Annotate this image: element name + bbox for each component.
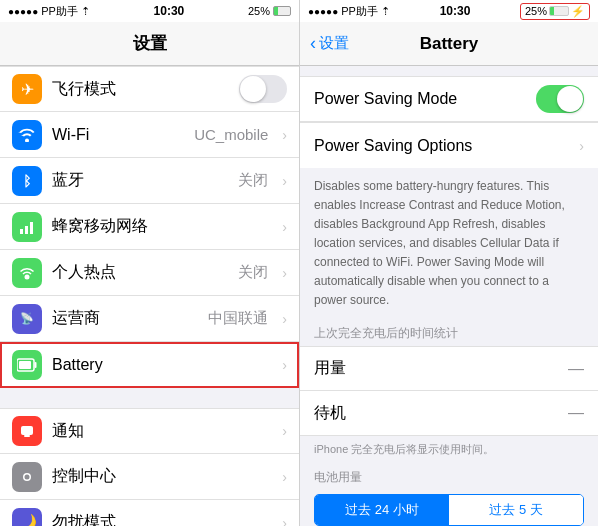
left-nav-bar: 设置: [0, 22, 299, 66]
power-saving-options-label: Power Saving Options: [314, 137, 579, 155]
settings-item-control[interactable]: 控制中心 ›: [0, 454, 299, 500]
hotspot-label: 个人热点: [52, 262, 228, 283]
charge-note: iPhone 完全充电后将显示使用时间。: [300, 436, 598, 463]
wifi-label: Wi-Fi: [52, 126, 184, 144]
left-status-icons: ●●●●● PP助手 ⇡: [8, 4, 90, 19]
last-charge-header: 上次完全充电后的时间统计: [300, 317, 598, 346]
svg-rect-0: [20, 229, 23, 234]
power-saving-section: Power Saving Mode Power Saving Options ›: [300, 76, 598, 168]
right-battery-box: 25% ⚡: [520, 3, 590, 20]
lightning-icon: ⚡: [571, 5, 585, 18]
hotspot-icon: [12, 258, 42, 288]
svg-rect-7: [21, 426, 33, 435]
bluetooth-value: 关闭: [238, 171, 268, 190]
battery-icon-item: [12, 350, 42, 380]
back-label: 设置: [319, 34, 349, 53]
notification-icon: [12, 416, 42, 446]
settings-item-dnd[interactable]: 🌙 勿扰模式 ›: [0, 500, 299, 526]
bluetooth-icon: ᛒ: [12, 166, 42, 196]
bluetooth-label: 蓝牙: [52, 170, 228, 191]
power-saving-toggle[interactable]: [536, 85, 584, 113]
settings-item-hotspot[interactable]: 个人热点 关闭 ›: [0, 250, 299, 296]
carrier-chevron: ›: [282, 311, 287, 327]
settings-item-bluetooth[interactable]: ᛒ 蓝牙 关闭 ›: [0, 158, 299, 204]
tab-5days[interactable]: 过去 5 天: [449, 495, 583, 525]
control-icon: [12, 462, 42, 492]
hotspot-value: 关闭: [238, 263, 268, 282]
left-status-bar: ●●●●● PP助手 ⇡ 10:30 25%: [0, 0, 299, 22]
settings-item-notification[interactable]: 通知 ›: [0, 408, 299, 454]
standby-row: 待机 —: [300, 391, 598, 435]
airplane-icon: ✈: [12, 74, 42, 104]
settings-item-battery[interactable]: Battery ›: [0, 342, 299, 388]
battery-icon-left: [273, 6, 291, 16]
svg-rect-2: [30, 222, 33, 234]
wifi-value: UC_mobile: [194, 126, 268, 143]
left-time: 10:30: [154, 4, 185, 18]
battery-label-item: Battery: [52, 356, 272, 374]
right-content: Power Saving Mode Power Saving Options ›…: [300, 66, 598, 526]
right-status-bar: ●●●●● PP助手 ⇡ 10:30 25% ⚡: [300, 0, 598, 22]
control-chevron: ›: [282, 469, 287, 485]
power-saving-options-row[interactable]: Power Saving Options ›: [300, 122, 598, 168]
charge-section-header: 电池用量: [300, 463, 598, 488]
left-nav-title: 设置: [133, 32, 167, 55]
power-saving-mode-row[interactable]: Power Saving Mode: [300, 76, 598, 122]
power-saving-mode-label: Power Saving Mode: [314, 90, 536, 108]
svg-point-3: [25, 274, 30, 279]
svg-rect-1: [25, 226, 28, 234]
right-carrier-label: PP助手: [341, 5, 378, 17]
usage-section: 用量 — 待机 —: [300, 346, 598, 436]
dnd-chevron: ›: [282, 515, 287, 527]
back-button[interactable]: ‹ 设置: [310, 33, 349, 54]
right-time: 10:30: [440, 4, 471, 18]
right-wifi-icon: ⇡: [381, 5, 390, 17]
dnd-label: 勿扰模式: [52, 512, 272, 526]
left-settings-list: ✈ 飞行模式 Wi-Fi UC_mobile › ᛒ 蓝牙 关闭: [0, 66, 299, 526]
settings-item-airplane[interactable]: ✈ 飞行模式: [0, 66, 299, 112]
wifi-chevron: ›: [282, 127, 287, 143]
bluetooth-chevron: ›: [282, 173, 287, 189]
right-status-left: ●●●●● PP助手 ⇡: [308, 4, 390, 19]
settings-item-carrier[interactable]: 📡 运营商 中国联通 ›: [0, 296, 299, 342]
cellular-chevron: ›: [282, 219, 287, 235]
battery-pct-left: 25%: [248, 5, 270, 17]
svg-rect-5: [19, 361, 31, 369]
description-section: Disables some battery-hungry features. T…: [300, 168, 598, 317]
dnd-icon: 🌙: [12, 508, 42, 527]
standby-label: 待机: [314, 403, 568, 424]
carrier-label-item: 运营商: [52, 308, 198, 329]
battery-chevron: ›: [282, 357, 287, 373]
tab-24h[interactable]: 过去 24 小时: [315, 495, 449, 525]
wifi-icon-item: [12, 120, 42, 150]
right-battery-pct: 25%: [525, 5, 547, 17]
description-text: Disables some battery-hungry features. T…: [314, 179, 565, 307]
wifi-icon: ⇡: [81, 5, 90, 18]
usage-value: —: [568, 360, 584, 378]
spacer-1: [0, 388, 299, 408]
notification-label: 通知: [52, 421, 272, 442]
power-options-chevron: ›: [579, 138, 584, 154]
carrier-icon: 📡: [12, 304, 42, 334]
carrier-value: 中国联通: [208, 309, 268, 328]
left-panel: ●●●●● PP助手 ⇡ 10:30 25% 设置 ✈ 飞行模式: [0, 0, 299, 526]
right-panel: ●●●●● PP助手 ⇡ 10:30 25% ⚡ ‹ 设置 Battery Po…: [299, 0, 598, 526]
carrier-label: PP助手: [41, 4, 78, 19]
settings-item-wifi[interactable]: Wi-Fi UC_mobile ›: [0, 112, 299, 158]
standby-value: —: [568, 404, 584, 422]
usage-row: 用量 —: [300, 347, 598, 391]
right-nav-bar: ‹ 设置 Battery: [300, 22, 598, 66]
svg-rect-6: [35, 362, 37, 368]
airplane-toggle[interactable]: [239, 75, 287, 103]
signal-icon: ●●●●●: [8, 6, 38, 17]
notification-chevron: ›: [282, 423, 287, 439]
svg-rect-8: [24, 435, 30, 437]
settings-item-cellular[interactable]: 蜂窝移动网络 ›: [0, 204, 299, 250]
right-nav-title: Battery: [420, 34, 479, 54]
battery-bar-icon: [549, 6, 569, 16]
settings-group-1: ✈ 飞行模式 Wi-Fi UC_mobile › ᛒ 蓝牙 关闭: [0, 66, 299, 388]
settings-group-2: 通知 › 控制中心 › 🌙 勿扰模式 ›: [0, 408, 299, 526]
svg-point-10: [25, 474, 30, 479]
cellular-label: 蜂窝移动网络: [52, 216, 272, 237]
control-label: 控制中心: [52, 466, 272, 487]
